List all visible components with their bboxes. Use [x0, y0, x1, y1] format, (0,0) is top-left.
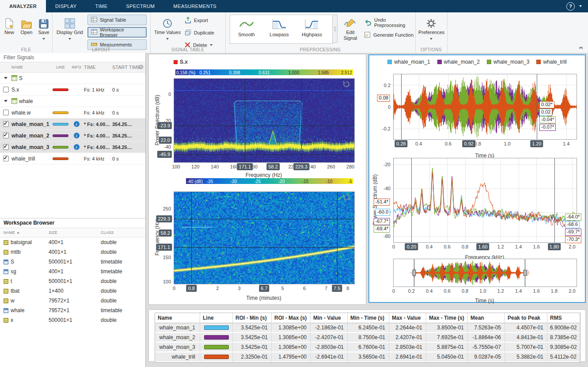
reset-view-icon[interactable] [342, 80, 350, 89]
spectrum-plot-canvas[interactable] [394, 158, 577, 242]
generate-function-button[interactable]: fx Generate Function [364, 30, 413, 40]
signal-value-box[interactable]: 0.02 [539, 109, 552, 116]
reset-view-icon[interactable] [342, 193, 350, 203]
spectrogram-canvas[interactable] [174, 192, 354, 284]
toolstrip-tab[interactable]: MEASUREMENTS [164, 0, 226, 12]
col-start-time[interactable]: START TIME [110, 65, 141, 70]
signal-row[interactable]: whale_moan_3 i * Fs: 4.00… 354.25… [0, 141, 145, 153]
signal-visibility-checkbox[interactable] [3, 144, 9, 150]
signal-value-box[interactable]: -0.04* [539, 116, 556, 123]
table-settings-gear-icon[interactable] [138, 64, 144, 71]
y-cursor-label[interactable]: -23.9 [157, 122, 172, 129]
panner-canvas[interactable] [394, 259, 577, 287]
toolstrip-tab[interactable]: DISPLAY [46, 0, 86, 12]
edit-signal-button[interactable]: Edit Signal [340, 15, 360, 41]
duplicate-button[interactable]: Duplicate [185, 28, 214, 38]
x-cursor-label[interactable]: 1.20 [530, 140, 543, 147]
measurements-column-header[interactable]: Mean [468, 313, 505, 323]
spectrum-plot[interactable]: 00.20.40.60.81.01.21.41.61.82.0-20-40-60… [393, 158, 577, 243]
open-button[interactable]: Open [18, 15, 35, 35]
workspace-row[interactable]: whale 79572×1 timetable [0, 306, 145, 315]
workspace-row[interactable]: tbat 1×400 double [0, 286, 145, 296]
legend-item[interactable]: whale_moan_2 [437, 59, 480, 65]
y-cursor-label[interactable]: 171.1 [156, 244, 172, 251]
signal-visibility-checkbox[interactable] [3, 133, 9, 138]
x-cursor-label[interactable]: 1.80 [548, 243, 561, 250]
collapse-ribbon-icon[interactable] [578, 45, 584, 51]
persistence-spectrum-plot[interactable]: 1001201401601802002202402602800-20-40171… [174, 78, 355, 163]
x-cursor-delta-label[interactable]: 6.7 [259, 285, 269, 292]
save-button[interactable]: Save [35, 15, 52, 41]
signal-value-box[interactable]: -69.7* [565, 229, 581, 236]
signal-value-box[interactable]: -69.4* [374, 226, 390, 233]
y-cursor-label[interactable]: -45.9 [157, 151, 172, 158]
signal-row[interactable]: whale [0, 96, 145, 107]
signal-value-box[interactable]: 0.02* [539, 101, 554, 108]
line-swatch[interactable] [53, 134, 68, 137]
undo-preprocessing-button[interactable]: Undo Preprocessing [364, 18, 415, 27]
signal-value-box[interactable]: -68.6 [565, 221, 580, 228]
y-cursor-label[interactable]: 229.3 [156, 215, 172, 222]
highpass-button[interactable]: Highpass [296, 15, 328, 43]
signal-visibility-checkbox[interactable] [3, 87, 9, 92]
help-icon[interactable]: ? [566, 2, 575, 11]
toolstrip-tab[interactable]: SPECTRUM [117, 0, 164, 12]
y-cursor-delta-label[interactable]: 22.0 [159, 137, 172, 144]
line-swatch[interactable] [53, 123, 68, 126]
toggle-signal-table[interactable]: Signal Table [87, 15, 147, 25]
line-swatch[interactable] [53, 88, 68, 91]
measurements-column-header[interactable]: Max - Value [389, 313, 426, 323]
measurements-column-header[interactable]: Max - Time (s) [426, 313, 468, 323]
time-plot[interactable]: 0.40.60.81.01.21.40.20-0.20.280.921.200.… [393, 74, 577, 140]
workspace-row[interactable]: x 500001×1 double [0, 315, 145, 325]
line-swatch[interactable] [53, 146, 68, 149]
measurement-row[interactable]: whale_moan_1 3.5425e-01 1.3085e+00 -2.18… [155, 323, 580, 333]
expand-arrow-icon[interactable] [4, 100, 8, 102]
col-line[interactable]: LINE [50, 65, 71, 69]
lowpass-button[interactable]: Lowpass [263, 15, 296, 43]
signal-row[interactable]: whale_trill Fs: 4 kHz 0 s [0, 153, 145, 164]
x-cursor-delta-label[interactable]: 1.60 [476, 243, 489, 250]
x-cursor-label[interactable]: 0.28 [395, 140, 407, 147]
display-grid-button[interactable]: Display Grid [57, 15, 83, 41]
signal-value-box[interactable]: 0.08 [377, 95, 390, 102]
signal-value-box[interactable]: -67.7* [374, 218, 390, 225]
line-swatch[interactable] [53, 111, 68, 114]
legend-item[interactable]: whale_moan_3 [487, 59, 529, 65]
measurements-column-header[interactable]: ROI - Max (s) [272, 313, 311, 323]
export-button[interactable]: Export [185, 15, 208, 25]
save-dropdown-caret[interactable] [42, 38, 45, 40]
col-name[interactable]: NAME [11, 65, 50, 69]
workspace-row[interactable]: sg 400×1 timetable [0, 267, 145, 276]
signal-visibility-checkbox[interactable] [3, 156, 9, 161]
x-cursor-delta-label[interactable]: 58.2 [266, 163, 279, 170]
measurements-column-header[interactable]: RMS [547, 313, 580, 323]
toggle-workspace-browser[interactable]: Workspace Browser [87, 27, 147, 38]
spectrogram-plot[interactable]: 0123456782502001501000.86.77.5229.358.21… [174, 191, 355, 284]
col-time[interactable]: TIME [82, 65, 110, 70]
filter-signals-input[interactable] [0, 53, 145, 62]
workspace-row[interactable]: batsignal 400×1 double [0, 237, 145, 247]
smooth-button[interactable]: Smooth [230, 15, 263, 43]
workspace-row[interactable]: w 79572×1 double [0, 296, 145, 306]
preferences-caret[interactable] [430, 38, 432, 40]
info-icon[interactable]: i [74, 121, 80, 127]
signal-value-box[interactable]: -51.4* [374, 199, 390, 206]
time-values-button[interactable]: Time Values [154, 15, 181, 41]
x-cursor-label[interactable]: 0.8 [186, 285, 197, 292]
workspace-row[interactable]: t 500001×1 double [0, 276, 145, 286]
measurements-column-header[interactable]: Name [155, 313, 200, 323]
delete-caret[interactable] [210, 44, 212, 46]
info-icon[interactable]: i [74, 144, 80, 150]
legend[interactable]: S.x [174, 59, 188, 65]
measurement-row[interactable]: whale_moan_3 3.5425e-01 1.3085e+00 -2.85… [155, 343, 580, 352]
persistence-spectrum-canvas[interactable] [174, 79, 354, 162]
workspace-row[interactable]: mtlb 4001×1 double [0, 247, 145, 257]
toolstrip-tab[interactable]: ANALYZER [0, 0, 46, 12]
signal-row[interactable]: S.x Fs: 1 kHz 0 s [0, 84, 145, 96]
expand-arrow-icon[interactable] [4, 77, 8, 79]
signal-row[interactable]: S [0, 73, 145, 84]
panner[interactable]: 00.20.40.60.81.01.21.41.61.82.0 [393, 259, 577, 287]
measurements-column-header[interactable]: Line [200, 313, 233, 323]
preferences-button[interactable]: Preferences [418, 15, 444, 41]
